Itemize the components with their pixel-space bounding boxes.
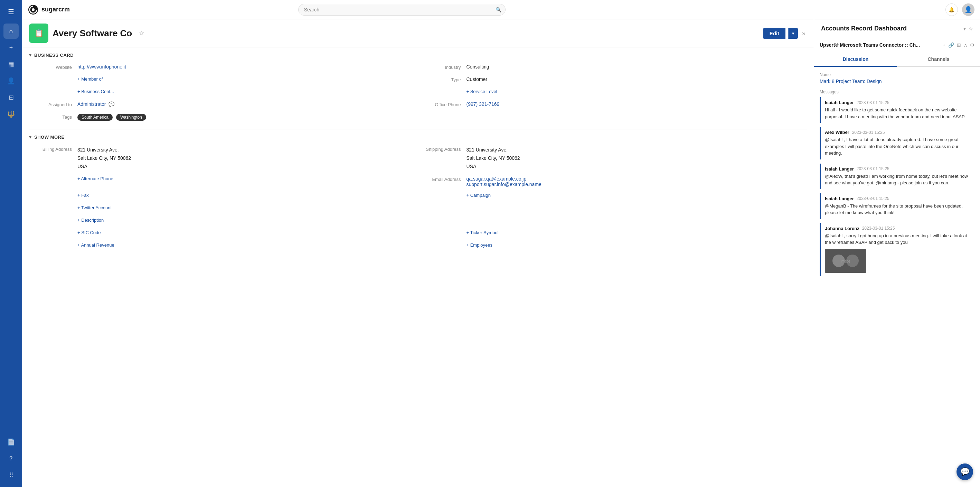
- twitter-add[interactable]: + Twitter Account: [77, 205, 111, 210]
- expand-button[interactable]: »: [801, 28, 807, 38]
- widget-icons: + 🔗 ⊞ ∧ ⚙: [943, 42, 974, 48]
- office-phone-value[interactable]: (997) 321-7169: [466, 101, 807, 107]
- sugarcrm-logo-icon: [28, 4, 39, 15]
- campaign-field: + Campaign: [418, 190, 807, 202]
- tags-field: Tags South America Washington: [29, 111, 418, 123]
- edit-dropdown-button[interactable]: ▾: [788, 28, 798, 39]
- tag-south-america[interactable]: South America: [77, 114, 113, 121]
- home-icon: ⌂: [10, 28, 13, 35]
- twitter-right-placeholder: [418, 202, 807, 215]
- record-header-actions: Edit ▾ »: [763, 28, 807, 39]
- sidebar-item-dashboard[interactable]: ▦: [3, 57, 19, 72]
- sidebar-item-docs[interactable]: 📄: [3, 434, 19, 450]
- email1-value[interactable]: qa.sugar.qa@example.co.jp: [466, 176, 527, 182]
- sidebar-item-contacts[interactable]: 👤: [3, 73, 19, 89]
- msg-body-0: Hi all - I would like to get some quick …: [825, 107, 970, 120]
- chat-fab-icon: 💬: [960, 467, 970, 476]
- messages-label: Messages: [820, 89, 974, 94]
- website-value[interactable]: http://www.infophone.it: [77, 64, 418, 70]
- service-level-label: [418, 89, 466, 89]
- search-input[interactable]: [298, 4, 506, 16]
- ticker-symbol-field: + Ticker Symbol: [418, 227, 807, 240]
- user-avatar[interactable]: 👤: [962, 3, 974, 16]
- chat-message: Alex Wilber 2023-03-01 15:25 @IsaiahL, I…: [820, 127, 974, 160]
- widget-grid-icon[interactable]: ⊞: [957, 42, 961, 48]
- widget-add-icon[interactable]: +: [943, 42, 945, 48]
- search-icon: 🔍: [496, 7, 501, 13]
- billing-addr-line3: USA: [77, 163, 418, 171]
- tags-right-placeholder: [418, 111, 807, 123]
- widget-header: Upsert® Microsoft Teams Connector :: Ch.…: [814, 38, 980, 52]
- shipping-addr-line1: 321 University Ave.: [466, 146, 807, 154]
- widget-link-icon[interactable]: 🔗: [948, 42, 954, 48]
- description-label: [29, 217, 77, 218]
- sidebar-item-help[interactable]: ?: [3, 451, 19, 466]
- twitter-label: [29, 205, 77, 206]
- tools-icon: 🔱: [7, 110, 15, 118]
- employees-add[interactable]: + Employees: [466, 243, 493, 247]
- msg-time-2: 2023-03-01 15:25: [857, 166, 889, 171]
- tag-washington[interactable]: Washington: [116, 114, 146, 121]
- ticker-symbol-label: [418, 230, 466, 231]
- section-collapse-icon: ▾: [29, 52, 32, 58]
- sic-code-add[interactable]: + SIC Code: [77, 230, 101, 235]
- comment-icon[interactable]: 💬: [108, 101, 115, 107]
- msg-time-1: 2023-03-01 15:25: [852, 130, 885, 135]
- shipping-addr-line3: USA: [466, 163, 807, 171]
- chat-message: Isaiah Langer 2023-03-01 15:25 Hi all - …: [820, 97, 974, 123]
- business-cent-add[interactable]: + Business Cent...: [77, 89, 114, 94]
- sidebar-item-add[interactable]: +: [3, 40, 19, 55]
- avatar-icon: 👤: [964, 6, 972, 13]
- msg-header-3: Isaiah Langer 2023-03-01 15:25: [825, 196, 970, 201]
- hamburger-icon[interactable]: ☰: [5, 4, 18, 19]
- section-business-card-header[interactable]: ▾ BUSINESS CARD: [22, 47, 814, 61]
- tags-label: Tags: [29, 114, 77, 120]
- edit-button[interactable]: Edit: [763, 28, 786, 39]
- sidebar-item-filter[interactable]: ⊟: [3, 90, 19, 105]
- widget-collapse-icon[interactable]: ∧: [964, 42, 967, 48]
- annual-revenue-add[interactable]: + Annual Revenue: [77, 243, 115, 247]
- email-address-label: Email Address: [418, 176, 466, 182]
- campaign-label: [418, 193, 466, 193]
- name-field-value[interactable]: Mark 8 Project Team: Design: [820, 78, 974, 84]
- member-of-field: + Member of: [29, 73, 418, 86]
- service-level-add[interactable]: + Service Level: [466, 89, 497, 94]
- section-show-more-header[interactable]: ▾ SHOW MORE: [22, 129, 814, 143]
- fax-add[interactable]: + Fax: [77, 193, 89, 198]
- business-cent-field: + Business Cent...: [29, 86, 418, 99]
- billing-addr-line2: Salt Lake City, NY 50062: [77, 154, 418, 163]
- tab-channels[interactable]: Channels: [897, 52, 980, 67]
- dashboard-star-icon[interactable]: ☆: [969, 26, 973, 32]
- office-phone-field: Office Phone (997) 321-7169: [418, 99, 807, 111]
- chat-fab-button[interactable]: 💬: [956, 463, 973, 480]
- name-field-label: Name: [820, 72, 974, 77]
- notification-bell[interactable]: 🔔: [945, 3, 958, 16]
- add-icon: +: [10, 44, 13, 51]
- favorite-star-icon[interactable]: ☆: [139, 29, 145, 37]
- sidebar-item-home[interactable]: ⌂: [3, 24, 19, 39]
- service-level-field: + Service Level: [418, 86, 807, 99]
- msg-body-3: @MeganB - The wireframes for the site pr…: [825, 203, 970, 216]
- dropdown-arrow-icon[interactable]: ▾: [963, 26, 966, 32]
- widget-title: Upsert® Microsoft Teams Connector :: Ch.…: [820, 42, 943, 48]
- description-add[interactable]: + Description: [77, 217, 103, 223]
- member-of-add[interactable]: + Member of: [77, 77, 103, 81]
- employees-label: [418, 243, 466, 243]
- industry-value: Consulting: [466, 64, 807, 70]
- campaign-add[interactable]: + Campaign: [466, 193, 491, 198]
- record-icon: 📋: [29, 24, 48, 43]
- office-phone-label: Office Phone: [418, 101, 466, 107]
- tab-discussion[interactable]: Discussion: [814, 52, 897, 67]
- sidebar-item-tools[interactable]: 🔱: [3, 107, 19, 122]
- billing-addr-line1: 321 University Ave.: [77, 146, 418, 154]
- chat-message: Isaiah Langer 2023-03-01 15:25 @AlexW, t…: [820, 164, 974, 189]
- email2-value[interactable]: support.sugar.info@example.name: [466, 182, 541, 187]
- assigned-to-value[interactable]: Administrator: [77, 101, 106, 107]
- section-show-more-icon: ▾: [29, 134, 32, 140]
- alternate-phone-add[interactable]: + Alternate Phone: [77, 176, 113, 181]
- sidebar-item-more[interactable]: ⠿: [3, 468, 19, 483]
- widget-settings-icon[interactable]: ⚙: [970, 42, 974, 48]
- annual-revenue-label: [29, 243, 77, 243]
- msg-header-2: Isaiah Langer 2023-03-01 15:25: [825, 166, 970, 172]
- ticker-symbol-add[interactable]: + Ticker Symbol: [466, 230, 499, 235]
